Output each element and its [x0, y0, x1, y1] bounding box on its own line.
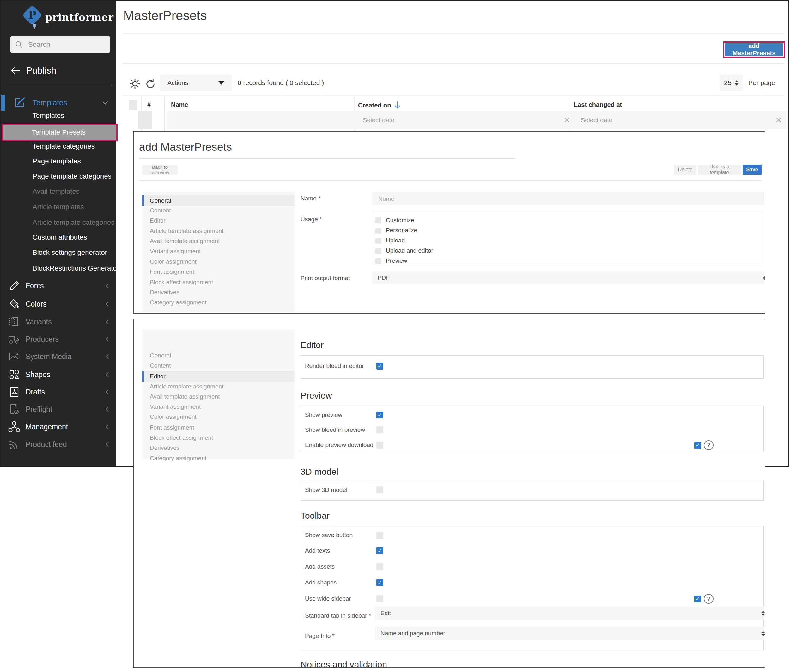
changed-date-filter[interactable]: Select date ✕ — [574, 111, 788, 129]
nav-item-general[interactable]: General — [142, 350, 294, 361]
checkbox-checked[interactable] — [376, 363, 383, 370]
checkbox-unchecked[interactable] — [376, 248, 381, 254]
sidebar-item-preflight[interactable]: Preflight — [1, 402, 116, 417]
actions-dropdown[interactable]: Actions — [160, 75, 232, 91]
created-date-filter[interactable]: Select date ✕ — [357, 111, 577, 129]
name-input[interactable] — [377, 195, 765, 203]
checkbox-unchecked[interactable] — [376, 563, 383, 570]
checkbox-unchecked[interactable] — [376, 258, 381, 264]
sidebar-item-page-template-categories[interactable]: Page template categories — [32, 170, 112, 183]
checkbox-unchecked[interactable] — [376, 595, 383, 602]
number-filter-input[interactable] — [138, 111, 152, 129]
nav-item-editor[interactable]: Editor — [142, 215, 294, 226]
refresh-icon[interactable] — [145, 78, 156, 90]
nav-item-font-assignment[interactable]: Font assignment — [142, 266, 294, 277]
standard-tab-select[interactable]: Edit — [375, 606, 765, 620]
usage-option-upload[interactable]: Upload — [376, 237, 405, 244]
checkbox-unchecked[interactable] — [376, 486, 383, 493]
select-all-checkbox[interactable] — [129, 100, 137, 110]
checkbox-checked[interactable] — [376, 579, 383, 586]
nav-item-category-assignment[interactable]: Category assignment — [142, 297, 294, 308]
print-format-select[interactable]: PDF — [372, 271, 765, 285]
column-header-number[interactable]: # — [147, 101, 151, 109]
name-filter[interactable] — [168, 111, 360, 129]
nav-item-general[interactable]: General — [142, 195, 294, 206]
sidebar-item-avail-templates[interactable]: Avail templates — [32, 185, 80, 198]
checkbox-unchecked[interactable] — [376, 442, 383, 448]
checkbox-unchecked[interactable] — [376, 227, 381, 234]
settings-gear-icon[interactable] — [129, 78, 141, 90]
sidebar-item-blockrestrictions-generator[interactable]: BlockRestrictions Generator — [32, 262, 119, 275]
checkbox-checked[interactable] — [376, 411, 383, 419]
save-button[interactable]: Save — [743, 165, 761, 175]
sidebar-item-custom-attributes[interactable]: Custom attributes — [32, 231, 87, 244]
clear-icon[interactable]: ✕ — [563, 116, 570, 124]
nav-item-avail-template-assignment[interactable]: Avail template assignment — [142, 391, 294, 402]
nav-item-content[interactable]: Content — [142, 205, 294, 216]
nav-item-variant-assignment[interactable]: Variant assignment — [142, 246, 294, 257]
name-field[interactable] — [372, 192, 765, 205]
name-filter-input[interactable] — [174, 116, 354, 124]
nav-item-derivatives[interactable]: Derivatives — [142, 287, 294, 298]
sidebar-item-producers-label: Producers — [26, 335, 59, 344]
sidebar-item-management[interactable]: Management — [1, 419, 116, 434]
nav-item-color-assignment[interactable]: Color assignment — [142, 411, 294, 422]
add-masterpresets-button[interactable]: add MasterPresets — [725, 43, 783, 56]
sidebar-item-template-presets-highlight[interactable]: Template Presets — [2, 123, 118, 141]
add-masterpresets-highlight: add MasterPresets — [723, 42, 785, 58]
sidebar-item-fonts[interactable]: Fonts — [1, 278, 116, 293]
delete-button[interactable]: Delete — [674, 165, 696, 175]
sidebar-item-producers[interactable]: Producers — [1, 332, 116, 346]
nav-item-block-effect-assignment[interactable]: Block effect assignment — [142, 432, 294, 443]
checkbox-unchecked[interactable] — [376, 426, 383, 434]
sidebar-item-template-categories[interactable]: Template categories — [32, 140, 95, 153]
nav-item-article-template-assignment[interactable]: Article template assignment — [142, 226, 294, 237]
help-question-icon[interactable]: ? — [704, 594, 713, 604]
checkbox-unchecked[interactable] — [376, 238, 381, 244]
sidebar-item-drafts[interactable]: Drafts — [1, 385, 116, 399]
sidebar-search[interactable] — [10, 36, 110, 53]
checkbox-unchecked[interactable] — [376, 532, 383, 539]
sidebar-item-system-media[interactable]: System Media — [1, 349, 116, 364]
column-header-name[interactable]: Name — [171, 101, 188, 109]
usage-option-personalize[interactable]: Personalize — [376, 227, 417, 234]
back-to-publish[interactable]: Publish — [10, 64, 56, 77]
nav-item-derivatives[interactable]: Derivatives — [142, 443, 294, 453]
sidebar-item-shapes[interactable]: Shapes — [1, 367, 116, 382]
sidebar-item-product-feed[interactable]: Product feed — [1, 437, 116, 452]
nav-item-block-effect-assignment[interactable]: Block effect assignment — [142, 277, 294, 288]
sidebar-item-templates-group[interactable]: Templates — [1, 95, 116, 110]
nav-item-content[interactable]: Content — [142, 360, 294, 371]
usage-option-preview[interactable]: Preview — [376, 257, 407, 264]
nav-item-editor[interactable]: Editor — [142, 371, 294, 382]
checkbox-checked[interactable] — [694, 595, 701, 602]
sidebar-item-variants[interactable]: Variants — [1, 315, 116, 329]
usage-option-customize[interactable]: Customize — [376, 217, 414, 224]
clear-icon[interactable]: ✕ — [775, 116, 782, 124]
column-header-created[interactable]: Created on — [358, 101, 401, 109]
page-info-select[interactable]: Name and page number — [375, 627, 765, 640]
checkbox-checked[interactable] — [694, 442, 701, 449]
sidebar-item-page-templates[interactable]: Page templates — [32, 155, 81, 168]
nav-item-variant-assignment[interactable]: Variant assignment — [142, 402, 294, 412]
search-input[interactable] — [27, 40, 105, 49]
checkbox-checked[interactable] — [376, 547, 383, 554]
help-question-icon[interactable]: ? — [704, 440, 713, 450]
setting-row-render-bleed: Render bleed in editor — [305, 363, 383, 370]
sidebar-item-templates[interactable]: Templates — [32, 109, 64, 122]
use-as-template-button[interactable]: Use as a template — [698, 165, 741, 175]
nav-item-article-template-assignment[interactable]: Article template assignment — [142, 381, 294, 392]
sidebar-item-block-settings-generator[interactable]: Block settings generator — [32, 246, 107, 259]
sidebar-item-colors[interactable]: Colors — [1, 297, 116, 311]
sidebar-item-article-template-categories[interactable]: Article template categories — [32, 216, 114, 229]
nav-item-font-assignment[interactable]: Font assignment — [142, 422, 294, 433]
column-header-changed[interactable]: Last changed at — [574, 101, 622, 109]
checkbox-unchecked[interactable] — [376, 218, 381, 224]
back-to-overview-button[interactable]: Back to overview — [142, 165, 178, 175]
sidebar-item-article-templates[interactable]: Article templates — [32, 201, 84, 213]
nav-item-avail-template-assignment[interactable]: Avail template assignment — [142, 236, 294, 246]
nav-item-category-assignment[interactable]: Category assignment — [142, 453, 294, 464]
per-page-select[interactable]: 25 — [720, 75, 743, 91]
nav-item-color-assignment[interactable]: Color assignment — [142, 256, 294, 267]
usage-option-upload-and-editor[interactable]: Upload and editor — [376, 247, 433, 254]
